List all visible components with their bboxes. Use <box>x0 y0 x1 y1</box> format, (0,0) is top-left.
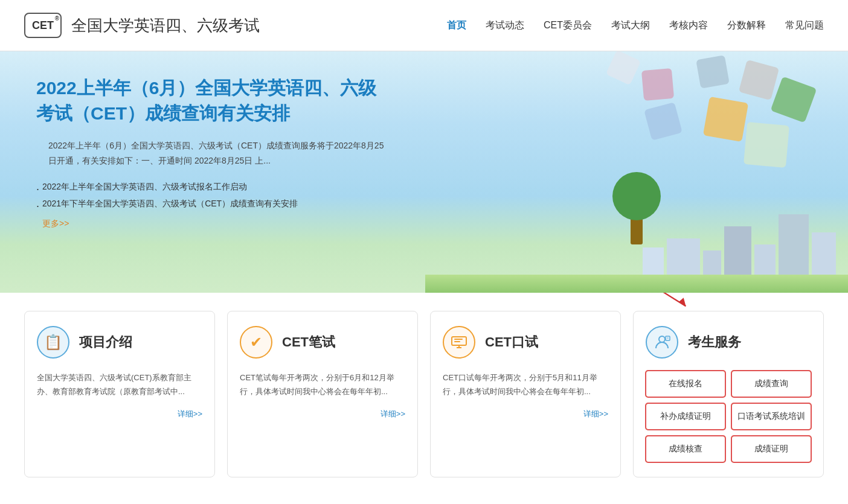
nav-syllabus[interactable]: 考试大纲 <box>611 19 650 32</box>
card-written-body: CET笔试每年开考两次，分别于6月和12月举行，具体考试时间我中心将会在每年年初… <box>240 371 405 399</box>
card-written-title: CET笔试 <box>282 333 335 351</box>
card-service: 考生服务 在线报名 成绩查询 补办成绩证明 口语考试系统培训 成绩核查 成绩证明 <box>633 311 824 477</box>
nav-content[interactable]: 考核内容 <box>669 19 708 32</box>
card-intro-title: 项目介绍 <box>79 333 132 351</box>
deco-cube-6 <box>606 51 641 85</box>
nav-faq[interactable]: 常见问题 <box>785 19 824 32</box>
card-intro: 📋 项目介绍 全国大学英语四、六级考试(CET)系教育部主办、教育部教育考试院（… <box>24 311 215 477</box>
nav-committee[interactable]: CET委员会 <box>544 19 592 32</box>
hero-news-list: 2022年上半年全国大学英语四、六级考试报名工作启动 2021年下半年全国大学英… <box>36 178 387 212</box>
card-oral-header: CET口试 <box>443 326 608 359</box>
deco-ground <box>425 275 848 293</box>
hero-decoration <box>425 51 848 293</box>
header-left: CET 全国大学英语四、六级考试 <box>24 13 260 38</box>
site-title: 全国大学英语四、六级考试 <box>71 15 260 36</box>
card-written: ✔ CET笔试 CET笔试每年开考两次，分别于6月和12月举行，具体考试时间我中… <box>227 311 418 477</box>
service-buttons-grid: 在线报名 成绩查询 补办成绩证明 口语考试系统培训 成绩核查 成绩证明 <box>646 371 811 462</box>
deco-cube-3 <box>771 77 817 123</box>
deco-cube-5 <box>703 97 748 142</box>
main-nav: 首页 考试动态 CET委员会 考试大纲 考核内容 分数解释 常见问题 <box>447 19 824 32</box>
cet-logo: CET <box>24 13 62 38</box>
hero-desc: 2022年上半年（6月）全国大学英语四、六级考试（CET）成绩查询服务将于202… <box>36 138 387 168</box>
card-oral-link[interactable]: 详细>> <box>443 409 608 419</box>
nav-exam-news[interactable]: 考试动态 <box>486 19 524 32</box>
card-service-title: 考生服务 <box>688 333 741 351</box>
card-oral-icon <box>443 326 475 359</box>
card-written-header: ✔ CET笔试 <box>240 326 405 359</box>
hero-more-link[interactable]: 更多>> <box>36 219 69 228</box>
card-intro-icon: 📋 <box>37 326 69 359</box>
hero-news-item-1[interactable]: 2022年上半年全国大学英语四、六级考试报名工作启动 <box>36 178 387 195</box>
header: CET 全国大学英语四、六级考试 首页 考试动态 CET委员会 考试大纲 考核内… <box>0 0 848 51</box>
btn-online-register[interactable]: 在线报名 <box>646 371 725 397</box>
nav-home[interactable]: 首页 <box>447 19 466 32</box>
card-oral-body: CET口试每年开考两次，分别于5月和11月举行，具体考试时间我中心将会在每年年初… <box>443 371 608 399</box>
card-oral-title: CET口试 <box>485 333 538 351</box>
svg-rect-2 <box>454 341 460 342</box>
hero-banner: 2022上半年（6月）全国大学英语四、六级考试（CET）成绩查询有关安排 202… <box>0 51 848 293</box>
card-intro-header: 📋 项目介绍 <box>37 326 202 359</box>
card-oral: CET口试 CET口试每年开考两次，分别于5月和11月举行，具体考试时间我中心将… <box>430 311 621 477</box>
btn-score-cert[interactable]: 成绩证明 <box>731 436 811 462</box>
logo-text: CET <box>32 19 54 32</box>
cards-section: 📋 项目介绍 全国大学英语四、六级考试(CET)系教育部主办、教育部教育考试院（… <box>0 293 848 496</box>
card-intro-link[interactable]: 详细>> <box>37 409 202 419</box>
deco-cube-2 <box>696 55 730 89</box>
btn-oral-training[interactable]: 口语考试系统培训 <box>731 403 811 430</box>
btn-score-query[interactable]: 成绩查询 <box>731 371 811 397</box>
deco-cube-1 <box>739 60 779 100</box>
card-intro-body: 全国大学英语四、六级考试(CET)系教育部主办、教育部教育考试院（原教育部考试中… <box>37 371 202 399</box>
deco-cube-7 <box>644 102 683 141</box>
hero-news-item-2[interactable]: 2021年下半年全国大学英语四、六级考试（CET）成绩查询有关安排 <box>36 195 387 212</box>
deco-cube-8 <box>744 122 789 168</box>
hero-title: 2022上半年（6月）全国大学英语四、六级考试（CET）成绩查询有关安排 <box>36 75 387 126</box>
hero-content: 2022上半年（6月）全国大学英语四、六级考试（CET）成绩查询有关安排 202… <box>36 75 387 229</box>
svg-rect-1 <box>454 339 463 340</box>
svg-marker-6 <box>679 298 686 306</box>
btn-score-check[interactable]: 成绩核查 <box>646 436 725 462</box>
deco-cube-4 <box>641 68 674 101</box>
nav-score[interactable]: 分数解释 <box>727 19 766 32</box>
card-written-link[interactable]: 详细>> <box>240 409 405 419</box>
svg-point-7 <box>659 336 665 342</box>
btn-reissue-cert[interactable]: 补办成绩证明 <box>646 403 725 430</box>
card-written-icon: ✔ <box>240 326 272 359</box>
card-service-header: 考生服务 <box>646 326 811 359</box>
card-service-icon <box>646 326 678 359</box>
